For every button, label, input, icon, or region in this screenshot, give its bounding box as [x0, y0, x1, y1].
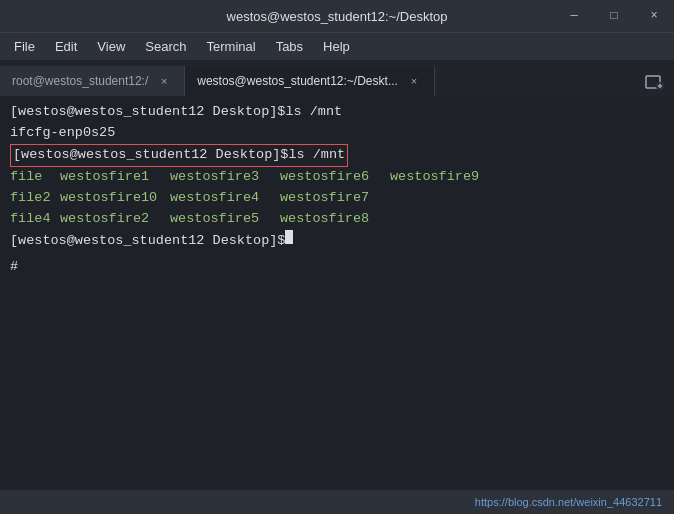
tab-root-close[interactable]: ×	[156, 73, 172, 89]
cursor	[285, 230, 293, 244]
file-westosfire3: westosfire3	[170, 167, 280, 188]
terminal-content[interactable]: [westos@westos_student12 Desktop]$ ls /m…	[0, 96, 674, 490]
menu-edit[interactable]: Edit	[45, 37, 87, 56]
file-file2: file2	[10, 188, 60, 209]
close-button[interactable]: ×	[634, 0, 674, 32]
status-bar: https://blog.csdn.net/weixin_44632711	[0, 490, 674, 514]
status-url: https://blog.csdn.net/weixin_44632711	[475, 496, 662, 508]
file-file: file	[10, 167, 60, 188]
tab-root[interactable]: root@westos_student12:/ ×	[0, 66, 185, 96]
terminal-hash: #	[10, 257, 664, 278]
file-westosfire5: westosfire5	[170, 209, 280, 230]
terminal-line-3: [westos@westos_student12 Desktop]$ ls /m…	[10, 144, 664, 167]
tab-desktop-label: westos@westos_student12:~/Deskt...	[197, 74, 398, 88]
file-westosfire4: westosfire4	[170, 188, 280, 209]
file-westosfire2: westosfire2	[60, 209, 170, 230]
file-westosfire10: westosfire10	[60, 188, 170, 209]
tab-desktop-close[interactable]: ×	[406, 73, 422, 89]
title-bar: westos@westos_student12:~/Desktop ─ □ ×	[0, 0, 674, 32]
file-westosfire1: westosfire1	[60, 167, 170, 188]
file-westosfire7: westosfire7	[280, 188, 390, 209]
menu-view[interactable]: View	[87, 37, 135, 56]
prompt-1: [westos@westos_student12 Desktop]$	[10, 102, 285, 123]
file-file4: file4	[10, 209, 60, 230]
new-tab-icon[interactable]	[644, 73, 664, 98]
menu-help[interactable]: Help	[313, 37, 360, 56]
window-title: westos@westos_student12:~/Desktop	[227, 9, 448, 24]
highlighted-command: [westos@westos_student12 Desktop]$ ls /m…	[10, 144, 348, 167]
tab-root-label: root@westos_student12:/	[12, 74, 148, 88]
window-controls: ─ □ ×	[554, 0, 674, 32]
file-westosfire9: westosfire9	[390, 167, 479, 188]
menu-search[interactable]: Search	[135, 37, 196, 56]
minimize-button[interactable]: ─	[554, 0, 594, 32]
menu-bar: File Edit View Search Terminal Tabs Help	[0, 32, 674, 60]
terminal-prompt-final: [westos@westos_student12 Desktop]$	[10, 230, 664, 252]
prompt-2: [westos@westos_student12 Desktop]$	[13, 145, 288, 166]
terminal-files-row3: file4 westosfire2 westosfire5 westosfire…	[10, 209, 664, 230]
menu-file[interactable]: File	[4, 37, 45, 56]
terminal-files-row1: file westosfire1 westosfire3 westosfire6…	[10, 167, 664, 188]
output-ifcfg: ifcfg-enp0s25	[10, 123, 115, 144]
hash-char: #	[10, 257, 18, 278]
cmd-2: ls /mnt	[288, 145, 345, 166]
terminal-line-2: ifcfg-enp0s25	[10, 123, 664, 144]
tab-desktop[interactable]: westos@westos_student12:~/Deskt... ×	[185, 66, 435, 96]
menu-tabs[interactable]: Tabs	[266, 37, 313, 56]
terminal-line-1: [westos@westos_student12 Desktop]$ ls /m…	[10, 102, 664, 123]
file-westosfire8: westosfire8	[280, 209, 390, 230]
final-prompt: [westos@westos_student12 Desktop]$	[10, 231, 285, 252]
file-westosfire6: westosfire6	[280, 167, 390, 188]
terminal-files-row2: file2 westosfire10 westosfire4 westosfir…	[10, 188, 664, 209]
tab-bar: root@westos_student12:/ × westos@westos_…	[0, 60, 674, 96]
menu-terminal[interactable]: Terminal	[197, 37, 266, 56]
cmd-1: ls /mnt	[285, 102, 342, 123]
maximize-button[interactable]: □	[594, 0, 634, 32]
